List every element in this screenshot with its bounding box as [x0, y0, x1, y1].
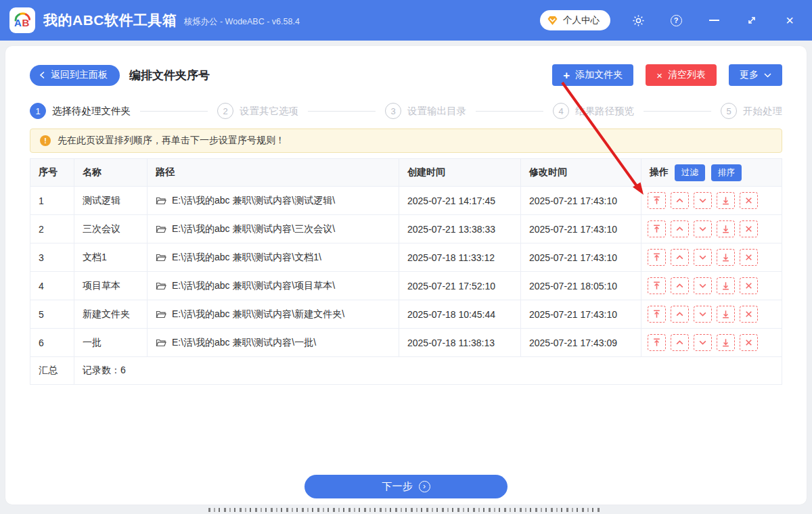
move-up-button[interactable]: [671, 249, 689, 266]
more-dropdown-button[interactable]: 更多: [729, 64, 782, 86]
move-to-top-button[interactable]: [648, 277, 666, 294]
step-label: 设置输出目录: [407, 105, 466, 118]
row-created: 2025-07-18 10:45:44: [399, 300, 521, 328]
move-to-top-button[interactable]: [648, 334, 666, 351]
move-down-button[interactable]: [694, 220, 712, 237]
remove-row-button[interactable]: [740, 220, 758, 237]
step-connector-line: [644, 111, 711, 112]
clear-list-button[interactable]: × 清空列表: [646, 64, 717, 86]
user-center-label: 个人中心: [563, 14, 600, 26]
move-up-button[interactable]: [671, 220, 689, 237]
remove-row-button[interactable]: [740, 249, 758, 266]
row-path: E:\活\我的abc 兼职\测试内容\测试逻辑\: [148, 187, 399, 214]
move-to-bottom-button[interactable]: [717, 277, 735, 294]
step-number: 4: [553, 103, 569, 119]
row-path: E:\活\我的abc 兼职\测试内容\文档1\: [148, 243, 399, 271]
remove-row-button[interactable]: [740, 277, 758, 294]
folder-icon: [156, 225, 166, 234]
row-created: 2025-07-21 14:17:45: [399, 187, 521, 214]
step-label: 设置其它选项: [240, 105, 298, 118]
row-modified: 2025-07-21 17:43:10: [521, 215, 641, 243]
close-button[interactable]: ×: [780, 10, 800, 30]
move-down-button[interactable]: [694, 277, 712, 294]
row-actions: [641, 215, 782, 243]
row-actions: [641, 272, 782, 300]
x-icon: ×: [656, 70, 662, 80]
row-created: 2025-07-21 13:38:33: [399, 215, 521, 243]
step-label: 开始处理: [743, 105, 782, 118]
folder-icon: [156, 310, 166, 319]
table-row: 4 项目草本 E:\活\我的abc 兼职\测试内容\项目草本\ 2025-07-…: [30, 272, 782, 300]
row-index: 6: [30, 329, 74, 356]
row-path: E:\活\我的abc 兼职\测试内容\三次会议\: [148, 215, 399, 243]
step-label: 选择待处理文件夹: [52, 105, 131, 118]
move-to-top-button[interactable]: [648, 249, 666, 266]
move-to-bottom-button[interactable]: [717, 249, 735, 266]
notice-text: 先在此页设置排列顺序，再单击下一步设置序号规则！: [58, 135, 285, 147]
row-modified: 2025-07-21 17:43:10: [521, 300, 641, 328]
step-item: 1 选择待处理文件夹: [30, 103, 131, 119]
move-to-bottom-button[interactable]: [717, 306, 735, 323]
step-number: 2: [217, 103, 233, 119]
resize-button[interactable]: [742, 10, 762, 30]
step-item: 2 设置其它选项: [217, 103, 298, 119]
remove-row-button[interactable]: [740, 306, 758, 323]
move-up-button[interactable]: [671, 306, 689, 323]
settings-gear-icon[interactable]: [628, 10, 648, 30]
move-down-button[interactable]: [694, 334, 712, 351]
folder-table: 序号 名称 路径 创建时间 修改时间 操作 过滤 排序 1 测试逻辑: [30, 158, 782, 385]
row-modified: 2025-07-21 17:43:10: [521, 243, 641, 271]
move-to-bottom-button[interactable]: [717, 220, 735, 237]
step-connector-line: [476, 111, 543, 112]
move-up-button[interactable]: [671, 277, 689, 294]
content-card: 返回到主面板 编排文件夹序号 + 添加文件夹 × 清空列表 更多 1 选择待处理…: [5, 46, 807, 505]
row-created: 2025-07-18 11:38:13: [399, 329, 521, 356]
col-header-name: 名称: [74, 159, 148, 186]
next-step-button[interactable]: 下一步 ›: [304, 475, 508, 498]
row-name: 一批: [74, 329, 148, 356]
warning-icon: !: [40, 135, 51, 146]
chevron-left-icon: [39, 71, 45, 79]
folder-icon: [156, 338, 166, 348]
move-down-button[interactable]: [694, 306, 712, 323]
remove-row-button[interactable]: [740, 192, 758, 209]
col-header-created: 创建时间: [399, 159, 521, 186]
move-to-top-button[interactable]: [648, 306, 666, 323]
move-to-top-button[interactable]: [648, 192, 666, 209]
toolbar: 返回到主面板 编排文件夹序号 + 添加文件夹 × 清空列表 更多: [30, 46, 782, 86]
table-row: 6 一批 E:\活\我的abc 兼职\测试内容\一批\ 2025-07-18 1…: [30, 329, 782, 357]
help-icon[interactable]: ?: [666, 10, 686, 30]
move-down-button[interactable]: [694, 192, 712, 209]
move-down-button[interactable]: [694, 249, 712, 266]
user-center-button[interactable]: 个人中心: [540, 10, 610, 30]
table-header-row: 序号 名称 路径 创建时间 修改时间 操作 过滤 排序: [30, 159, 782, 187]
step-number: 5: [721, 103, 737, 119]
folder-icon: [156, 281, 166, 291]
chevron-down-icon: [764, 73, 771, 78]
svg-text:B: B: [22, 17, 30, 28]
move-to-bottom-button[interactable]: [717, 192, 735, 209]
filter-button[interactable]: 过滤: [675, 164, 705, 181]
sort-button[interactable]: 排序: [711, 164, 742, 181]
minimize-button[interactable]: [704, 10, 724, 30]
move-to-bottom-button[interactable]: [717, 334, 735, 351]
move-up-button[interactable]: [671, 334, 689, 351]
step-item: 4 结果路径预览: [553, 103, 634, 119]
row-created: 2025-07-21 17:52:10: [399, 272, 521, 300]
add-folder-button[interactable]: + 添加文件夹: [552, 64, 633, 86]
folder-icon: [156, 253, 166, 262]
move-to-top-button[interactable]: [648, 220, 666, 237]
row-path: E:\活\我的abc 兼职\测试内容\一批\: [148, 329, 399, 356]
app-subtitle: 核烁办公 - WodeABC - v6.58.4: [184, 16, 300, 28]
table-row: 2 三次会议 E:\活\我的abc 兼职\测试内容\三次会议\ 2025-07-…: [30, 215, 782, 243]
svg-text:A: A: [14, 17, 22, 28]
clipped-footer-text: [5, 505, 807, 514]
summary-row: 汇总 记录数：6: [30, 357, 782, 385]
back-to-dashboard-button[interactable]: 返回到主面板: [30, 65, 120, 86]
row-name: 项目草本: [74, 272, 148, 300]
row-modified: 2025-07-21 18:05:10: [521, 272, 641, 300]
circle-arrow-right-icon: ›: [419, 481, 430, 492]
remove-row-button[interactable]: [740, 334, 758, 351]
col-header-modified: 修改时间: [521, 159, 641, 186]
move-up-button[interactable]: [671, 192, 689, 209]
